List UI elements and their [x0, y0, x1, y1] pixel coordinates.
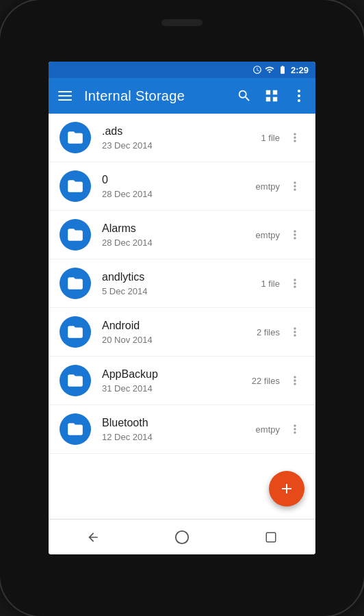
time-display: 2:29	[291, 65, 309, 75]
more-vertical-icon	[288, 228, 302, 242]
more-options-button[interactable]	[285, 371, 304, 390]
more-vertical-icon	[288, 179, 302, 193]
file-info: Alarms 28 Dec 2014	[102, 222, 256, 248]
folder-icon	[66, 274, 84, 292]
alarm-icon	[252, 65, 262, 75]
more-vertical-icon	[288, 277, 302, 290]
more-vertical-icon	[288, 422, 302, 436]
file-date: 12 Dec 2014	[102, 432, 256, 442]
back-icon	[86, 530, 100, 544]
folder-icon-bg	[60, 122, 91, 153]
file-name: Alarms	[102, 222, 256, 236]
bottom-navigation	[49, 519, 315, 554]
more-vertical-icon	[288, 131, 302, 144]
file-meta: emtpy	[256, 230, 280, 240]
more-options-button[interactable]	[285, 128, 304, 147]
status-icons: 2:29	[252, 65, 309, 75]
file-name: andlytics	[102, 270, 261, 285]
recents-button[interactable]	[257, 524, 285, 551]
file-info: .ads 23 Dec 2014	[102, 125, 261, 151]
file-date: 5 Dec 2014	[102, 286, 261, 296]
file-name: Bluetooth	[102, 416, 256, 431]
file-date: 31 Dec 2014	[102, 383, 252, 394]
folder-icon-bg	[60, 365, 91, 396]
grid-icon	[264, 88, 279, 103]
hamburger-icon	[58, 91, 72, 101]
search-button[interactable]	[236, 88, 252, 104]
more-options-button[interactable]	[285, 274, 304, 293]
dots-vertical-icon	[298, 90, 300, 102]
grid-button[interactable]	[263, 88, 280, 104]
folder-icon	[66, 129, 84, 146]
file-meta: 2 files	[257, 327, 280, 337]
svg-point-0	[176, 530, 188, 543]
file-date: 20 Nov 2014	[102, 335, 257, 345]
file-name: 0	[102, 173, 256, 188]
more-options-button[interactable]	[285, 225, 304, 244]
file-date: 28 Dec 2014	[102, 238, 256, 248]
folder-icon-bg	[60, 413, 91, 445]
list-item[interactable]: andlytics 5 Dec 2014 1 file	[49, 259, 315, 308]
file-date: 28 Dec 2014	[102, 189, 256, 199]
toolbar: Internal Storage	[49, 78, 315, 114]
list-item[interactable]: Alarms 28 Dec 2014 emtpy	[49, 211, 315, 259]
file-meta: emtpy	[256, 181, 280, 192]
more-options-button[interactable]	[285, 177, 304, 196]
list-item[interactable]: AppBackup 31 Dec 2014 22 files	[49, 357, 315, 405]
folder-icon	[66, 177, 84, 195]
battery-icon	[277, 65, 288, 75]
status-bar: 2:29	[49, 62, 315, 78]
file-name: .ads	[102, 125, 261, 139]
search-icon	[237, 88, 252, 103]
list-item[interactable]: Bluetooth 12 Dec 2014 emtpy	[49, 405, 315, 454]
file-date: 23 Dec 2014	[102, 140, 261, 151]
file-meta: emtpy	[256, 424, 280, 435]
toolbar-title: Internal Storage	[84, 88, 225, 104]
home-button[interactable]	[168, 524, 196, 551]
add-icon	[278, 480, 295, 497]
folder-icon-bg	[60, 219, 91, 251]
folder-icon	[66, 420, 84, 438]
svg-rect-1	[266, 532, 276, 542]
more-vertical-icon	[288, 325, 302, 339]
list-item[interactable]: 0 28 Dec 2014 emtpy	[49, 162, 315, 211]
file-meta: 1 file	[261, 133, 280, 143]
fab-button[interactable]	[269, 471, 304, 506]
folder-icon	[66, 372, 84, 389]
file-info: Android 20 Nov 2014	[102, 319, 257, 345]
folder-icon-bg	[60, 170, 91, 202]
signal-icon	[265, 65, 274, 75]
file-info: AppBackup 31 Dec 2014	[102, 368, 252, 394]
file-info: Bluetooth 12 Dec 2014	[102, 416, 256, 442]
file-name: AppBackup	[102, 368, 252, 382]
folder-icon-bg	[60, 316, 91, 348]
more-options-button[interactable]	[285, 322, 304, 342]
more-button[interactable]	[291, 88, 307, 104]
home-circle-icon	[174, 530, 190, 545]
folder-icon	[66, 226, 84, 244]
more-options-button[interactable]	[285, 420, 304, 439]
file-info: andlytics 5 Dec 2014	[102, 270, 261, 296]
list-item[interactable]: Android 20 Nov 2014 2 files	[49, 308, 315, 357]
folder-icon-bg	[60, 268, 91, 299]
more-vertical-icon	[288, 374, 302, 387]
phone-screen: 2:29 Internal Storage	[49, 62, 315, 554]
file-meta: 22 files	[252, 376, 280, 386]
phone-frame: 2:29 Internal Storage	[0, 0, 364, 616]
back-button[interactable]	[79, 524, 107, 551]
menu-button[interactable]	[57, 88, 73, 104]
recents-icon	[265, 531, 277, 543]
folder-icon	[66, 323, 84, 341]
file-list: .ads 23 Dec 2014 1 file 0 28 Dec 2014 em…	[49, 114, 315, 519]
list-item[interactable]: .ads 23 Dec 2014 1 file	[49, 114, 315, 162]
file-name: Android	[102, 319, 257, 333]
file-info: 0 28 Dec 2014	[102, 173, 256, 199]
file-meta: 1 file	[261, 279, 280, 289]
